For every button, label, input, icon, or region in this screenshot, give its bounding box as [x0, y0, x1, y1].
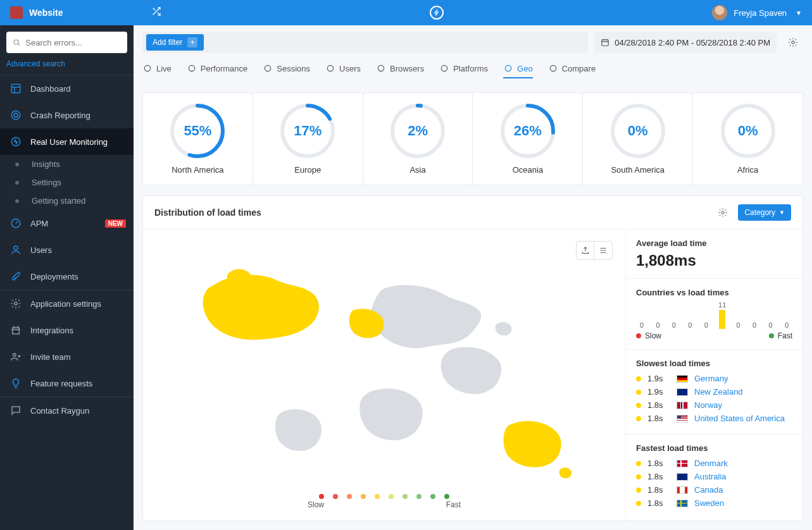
sidebar-label: Invite team [30, 352, 71, 362]
plus-icon: + [187, 37, 197, 47]
tab-browsers[interactable]: Browsers [376, 59, 424, 78]
flag-nz-icon [677, 388, 688, 396]
menu-icon[interactable] [594, 242, 612, 259]
tabs: LivePerformanceSessionsUsersBrowsersPlat… [134, 59, 812, 82]
sidebar-item-feature[interactable]: Feature requests [0, 370, 134, 397]
bolt-icon[interactable] [430, 6, 444, 20]
country-link[interactable]: Germany [694, 374, 728, 383]
settings-icon[interactable] [783, 32, 803, 52]
panel-title: Distribution of load times [154, 207, 714, 218]
flag-no-icon [677, 402, 688, 409]
tab-live[interactable]: Live [142, 59, 172, 78]
sidebar-sub-settings[interactable]: Settings [0, 173, 134, 192]
sidebar-item-rum[interactable]: Real User Monitoring [0, 128, 134, 155]
bulb-icon [9, 376, 23, 390]
search-field[interactable] [25, 38, 121, 47]
search-icon [13, 38, 20, 47]
sidebar-item-integrations[interactable]: Integrations [0, 317, 134, 343]
sidebar-item-apm[interactable]: APM NEW [0, 210, 134, 237]
tab-platforms[interactable]: Platforms [439, 59, 488, 78]
shuffle-icon[interactable] [151, 6, 161, 19]
sidebar-item-users[interactable]: Users [0, 237, 134, 263]
svg-point-16 [442, 65, 447, 71]
advanced-search-link[interactable]: Advanced search [0, 59, 134, 75]
svg-point-18 [550, 65, 556, 71]
sidebar-item-crash[interactable]: Crash Reporting [0, 102, 134, 128]
country-row[interactable]: 1.8sUnited States of America [636, 412, 792, 425]
site-name[interactable]: Website [29, 8, 63, 18]
sidebar-sub-insights[interactable]: Insights [0, 155, 134, 173]
sidebar-label: APM [30, 219, 48, 228]
load-time: 1.9s [647, 374, 670, 383]
geo-icon [503, 63, 513, 73]
country-row[interactable]: 1.8sDenmark [636, 457, 792, 470]
country-link[interactable]: Sweden [694, 498, 724, 508]
tab-compare[interactable]: Compare [548, 59, 596, 78]
gauge-oceania[interactable]: 26%Oceania [472, 92, 583, 185]
category-button[interactable]: Category ▼ [738, 204, 791, 221]
flag-ca-icon [677, 486, 688, 494]
gauge-pct: 0% [628, 123, 648, 139]
filter-bar[interactable]: Add filter + [142, 32, 588, 53]
country-row[interactable]: 1.9sNew Zealand [636, 385, 792, 398]
sidebar-item-deployments[interactable]: Deployments [0, 263, 134, 290]
tab-sessions[interactable]: Sessions [263, 59, 310, 78]
gauge-north-america[interactable]: 55%North America [142, 92, 253, 185]
sidebar-item-invite[interactable]: Invite team [0, 343, 134, 370]
gauge-europe[interactable]: 17%Europe [253, 92, 363, 185]
gauge-asia[interactable]: 2%Asia [363, 92, 473, 185]
sidebar-label: Real User Monitoring [30, 137, 108, 147]
load-time: 1.8s [647, 459, 670, 468]
gauge-pct: 0% [738, 123, 758, 139]
sidebar-sub-getting-started[interactable]: Getting started [0, 192, 134, 210]
gauge-icon [9, 216, 23, 230]
tab-users[interactable]: Users [325, 59, 361, 78]
dot-icon [636, 488, 641, 493]
date-range-picker[interactable]: 04/28/2018 2:40 PM - 05/28/2018 2:40 PM [594, 32, 777, 53]
chevron-down-icon[interactable]: ▼ [796, 9, 802, 16]
country-link[interactable]: Denmark [694, 459, 728, 468]
gauge-africa[interactable]: 0%Africa [692, 92, 803, 185]
gauges-row: 55%North America17%Europe2%Asia26%Oceani… [134, 82, 812, 195]
tab-geo[interactable]: Geo [503, 59, 533, 78]
svg-point-14 [327, 65, 333, 71]
sidebar-item-contact[interactable]: Contact Raygun [0, 397, 134, 424]
svg-point-15 [378, 65, 384, 71]
load-time: 1.8s [647, 400, 670, 410]
country-row[interactable]: 1.8sNorway [636, 398, 792, 412]
country-link[interactable]: United States of America [694, 414, 785, 423]
country-link[interactable]: Canada [694, 485, 723, 495]
svg-rect-9 [602, 40, 609, 46]
fast-dot [769, 333, 774, 338]
avg-value: 1,808ms [636, 252, 792, 269]
legend-dot [375, 494, 380, 499]
country-link[interactable]: Australia [694, 472, 727, 481]
user-name[interactable]: Freyja Spaven [734, 8, 787, 18]
world-map[interactable]: Slow Fast [143, 230, 625, 521]
hist-title: Countries vs load times [636, 288, 792, 297]
country-link[interactable]: Norway [694, 400, 722, 410]
gauge-south-america[interactable]: 0%South America [582, 92, 693, 185]
tab-performance[interactable]: Performance [187, 59, 247, 78]
gauge-pct: 55% [184, 123, 211, 139]
tab-label: Geo [517, 64, 533, 73]
country-row[interactable]: 1.8sAustralia [636, 470, 792, 483]
hist-col: 0 [668, 321, 680, 329]
svg-point-8 [13, 354, 16, 357]
country-link[interactable]: New Zealand [694, 387, 743, 397]
sidebar-label: Application settings [30, 299, 101, 309]
invite-icon [9, 350, 23, 364]
country-row[interactable]: 1.9sGermany [636, 372, 792, 385]
country-row[interactable]: 1.8sCanada [636, 483, 792, 496]
panel-gear-icon[interactable] [714, 204, 732, 221]
svg-point-12 [189, 65, 194, 71]
sidebar-item-dashboard[interactable]: Dashboard [0, 75, 134, 102]
country-row[interactable]: 1.8sSweden [636, 496, 792, 510]
avatar[interactable] [712, 5, 727, 20]
sidebar-item-appsettings[interactable]: Application settings [0, 290, 134, 317]
svg-point-6 [14, 246, 18, 250]
dot-icon [636, 416, 641, 421]
search-input[interactable] [6, 32, 127, 53]
add-filter-button[interactable]: Add filter + [146, 34, 204, 51]
export-icon[interactable] [577, 242, 594, 259]
